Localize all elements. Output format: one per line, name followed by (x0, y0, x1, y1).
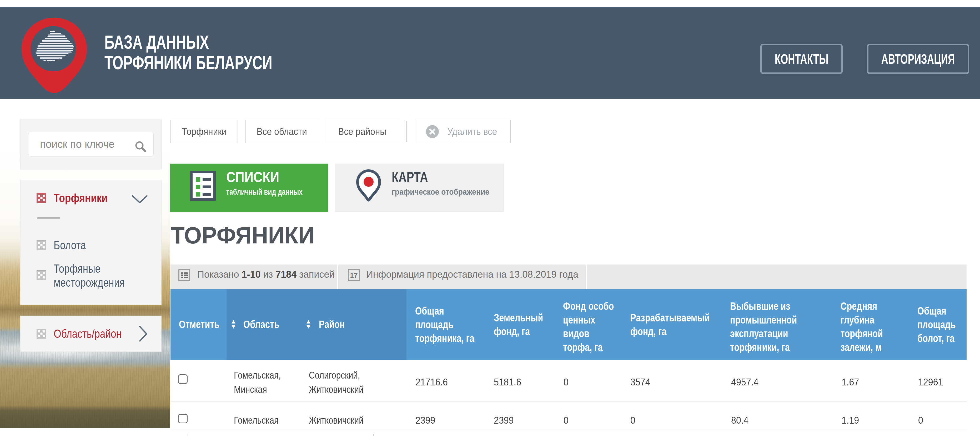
svg-text:17: 17 (350, 272, 358, 279)
